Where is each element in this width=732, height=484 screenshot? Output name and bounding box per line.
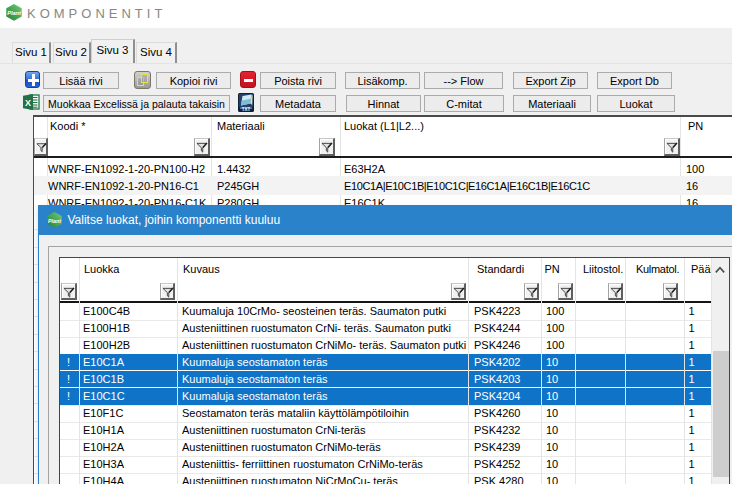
svg-text:Plant: Plant	[7, 10, 22, 16]
svg-text:X: X	[25, 98, 31, 108]
svg-text:Plant: Plant	[48, 217, 61, 223]
svg-text:TXT: TXT	[242, 107, 251, 112]
